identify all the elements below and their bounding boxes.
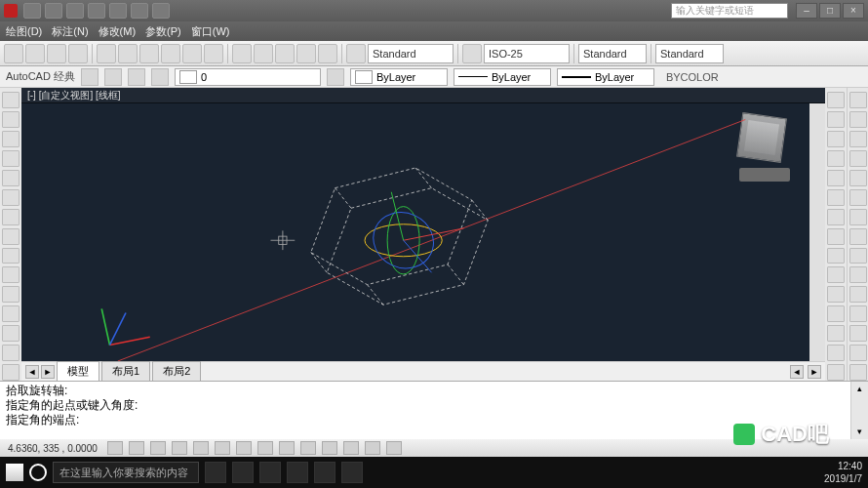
toolbar-icon[interactable] — [275, 44, 295, 63]
text-tool-icon[interactable] — [2, 286, 20, 303]
color-icon[interactable] — [327, 68, 344, 86]
menu-modify[interactable]: 修改(M) — [99, 24, 137, 39]
toolbar-icon[interactable] — [232, 44, 252, 63]
line-tool-icon[interactable] — [2, 92, 20, 108]
close-button[interactable]: × — [843, 3, 864, 19]
status-toggle[interactable] — [343, 441, 359, 455]
layer-icon[interactable] — [104, 68, 122, 86]
otrack-toggle[interactable] — [215, 441, 230, 455]
text-style-dropdown[interactable]: Standard — [368, 44, 454, 63]
toolbar-icon[interactable] — [4, 44, 23, 63]
qat-button[interactable] — [45, 3, 62, 19]
tool-icon[interactable] — [2, 364, 20, 381]
ortho-toggle[interactable] — [150, 441, 166, 455]
qat-button[interactable] — [109, 3, 127, 19]
tool-icon[interactable] — [849, 364, 867, 381]
zoom-tool-icon[interactable] — [849, 111, 867, 128]
taskview-icon[interactable] — [205, 462, 226, 483]
polar-toggle[interactable] — [172, 441, 187, 455]
toolbar-icon[interactable] — [25, 44, 45, 63]
snap-toggle[interactable] — [107, 441, 123, 455]
menu-window[interactable]: 窗口(W) — [191, 24, 230, 39]
array-tool-icon[interactable] — [827, 189, 845, 206]
start-button-icon[interactable] — [6, 464, 23, 481]
tab-layout1[interactable]: 布局1 — [101, 361, 150, 382]
lineweight-dropdown[interactable]: ByLayer — [557, 68, 654, 86]
tool-icon[interactable] — [849, 305, 867, 322]
tool-icon[interactable] — [849, 345, 867, 361]
tool-icon[interactable] — [849, 189, 867, 206]
chamfer-tool-icon[interactable] — [827, 266, 845, 283]
trim-tool-icon[interactable] — [827, 209, 845, 225]
minimize-button[interactable]: – — [796, 3, 817, 19]
toolbar-icon[interactable] — [139, 44, 159, 63]
layer-dropdown[interactable]: 0 — [175, 68, 321, 86]
tool-icon[interactable] — [849, 325, 867, 342]
stretch-tool-icon[interactable] — [827, 305, 845, 322]
status-toggle[interactable] — [386, 441, 402, 455]
scroll-down-icon[interactable]: ▾ — [857, 425, 862, 439]
erase-tool-icon[interactable] — [827, 345, 845, 361]
qat-button[interactable] — [23, 3, 41, 19]
arc-tool-icon[interactable] — [2, 150, 20, 167]
point-tool-icon[interactable] — [2, 248, 20, 264]
tool-icon[interactable] — [849, 266, 867, 283]
rect-tool-icon[interactable] — [2, 170, 20, 186]
spline-tool-icon[interactable] — [2, 228, 20, 245]
workspace-icon[interactable] — [81, 68, 99, 86]
text-style-icon[interactable] — [346, 44, 366, 63]
status-toggle[interactable] — [322, 441, 337, 455]
hatch-tool-icon[interactable] — [2, 209, 20, 225]
taskbar-app-icon[interactable] — [287, 462, 308, 483]
command-scrollbar[interactable]: ▴ ▾ — [850, 382, 868, 439]
toolbar-icon[interactable] — [254, 44, 273, 63]
orbit-tool-icon[interactable] — [849, 131, 867, 147]
rotate-tool-icon[interactable] — [827, 131, 845, 147]
toolbar-icon[interactable] — [318, 44, 337, 63]
steer-tool-icon[interactable] — [849, 150, 867, 167]
color-dropdown[interactable]: ByLayer — [350, 68, 448, 86]
tool-icon[interactable] — [849, 228, 867, 245]
style-dropdown[interactable]: Standard — [578, 44, 647, 63]
help-search-input[interactable]: 输入关键字或短语 — [671, 3, 788, 19]
copy-tool-icon[interactable] — [827, 111, 845, 128]
scale-tool-icon[interactable] — [827, 286, 845, 303]
hscroll-left[interactable]: ◄ — [790, 365, 804, 379]
toolbar-icon[interactable] — [182, 44, 202, 63]
status-toggle[interactable] — [365, 441, 380, 455]
toolbar-icon[interactable] — [97, 44, 116, 63]
showhide-tool-icon[interactable] — [849, 170, 867, 186]
qat-button[interactable] — [88, 3, 105, 19]
tool-icon[interactable] — [2, 345, 20, 361]
toolbar-icon[interactable] — [296, 44, 316, 63]
tool-icon[interactable] — [827, 364, 845, 381]
grid-toggle[interactable] — [129, 441, 144, 455]
taskbar-app-icon[interactable] — [232, 462, 254, 483]
explode-tool-icon[interactable] — [827, 325, 845, 342]
tab-model[interactable]: 模型 — [57, 361, 99, 382]
dim-style-icon[interactable] — [462, 44, 482, 63]
taskbar-search-input[interactable]: 在这里输入你要搜索的内容 — [53, 462, 199, 483]
polyline-tool-icon[interactable] — [2, 111, 20, 128]
toolbar-icon[interactable] — [68, 44, 88, 63]
ducs-toggle[interactable] — [236, 441, 252, 455]
pan-tool-icon[interactable] — [849, 92, 867, 108]
style-dropdown[interactable]: Standard — [655, 44, 724, 63]
tab-layout2[interactable]: 布局2 — [152, 361, 201, 382]
taskbar-app-icon[interactable] — [341, 462, 363, 483]
menu-parametric[interactable]: 参数(P) — [145, 24, 181, 39]
linetype-dropdown[interactable]: ByLayer — [454, 68, 551, 86]
fillet-tool-icon[interactable] — [827, 248, 845, 264]
menu-dimension[interactable]: 标注(N) — [52, 24, 88, 39]
region-tool-icon[interactable] — [2, 325, 20, 342]
move-tool-icon[interactable] — [827, 92, 845, 108]
osnap-toggle[interactable] — [193, 441, 209, 455]
table-tool-icon[interactable] — [2, 305, 20, 322]
viewport-label[interactable]: [-] [自定义视图] [线框] — [21, 88, 825, 103]
tool-icon[interactable] — [849, 286, 867, 303]
qat-button[interactable] — [131, 3, 148, 19]
system-clock[interactable]: 12:40 2019/1/7 — [824, 460, 862, 485]
dyn-toggle[interactable] — [257, 441, 273, 455]
menu-draw[interactable]: 绘图(D) — [6, 24, 42, 39]
cortana-icon[interactable] — [29, 464, 47, 481]
